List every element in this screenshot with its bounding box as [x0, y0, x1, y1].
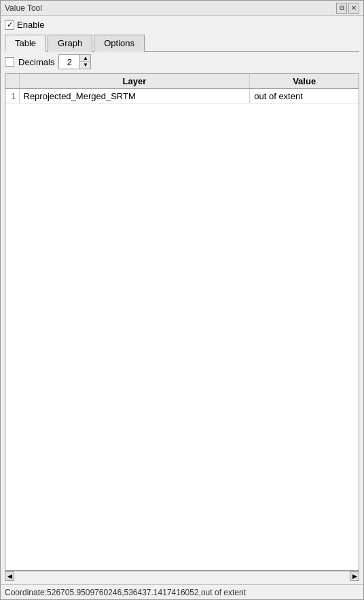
- enable-label: Enable: [17, 20, 44, 30]
- title-bar: Value Tool ⧉ ✕: [1, 1, 363, 16]
- status-bar: Coordinate:526705.9509760246,536437.1417…: [1, 584, 363, 599]
- spinner-down-button[interactable]: ▼: [79, 62, 90, 69]
- table-row: 1 Reprojected_Merged_SRTM out of extent: [5, 89, 359, 104]
- tab-table[interactable]: Table: [5, 35, 46, 52]
- enable-checkbox[interactable]: [5, 20, 14, 30]
- horizontal-scrollbar[interactable]: ◀ ▶: [5, 571, 359, 580]
- col-header-num: [5, 74, 19, 89]
- data-table: Layer Value 1 Reprojected_Merged_SRTM ou…: [5, 74, 359, 104]
- close-button[interactable]: ✕: [348, 3, 359, 14]
- row-num: 1: [5, 89, 19, 104]
- window-title: Value Tool: [5, 3, 42, 13]
- scroll-track[interactable]: [14, 571, 350, 581]
- row-value: out of extent: [250, 89, 359, 104]
- restore-button[interactable]: ⧉: [336, 3, 347, 14]
- decimals-input[interactable]: [59, 56, 79, 68]
- decimals-label: Decimals: [18, 57, 54, 67]
- title-bar-left: Value Tool: [5, 3, 42, 13]
- content-area: Enable Table Graph Options Decimals ▲ ▼: [1, 16, 363, 584]
- status-text: Coordinate:526705.9509760246,536437.1417…: [5, 588, 246, 597]
- tab-graph[interactable]: Graph: [48, 35, 92, 52]
- decimals-spinner: ▲ ▼: [58, 54, 91, 69]
- value-tool-window: Value Tool ⧉ ✕ Enable Table Graph Option…: [0, 0, 364, 600]
- col-header-value: Value: [250, 74, 359, 89]
- scroll-right-button[interactable]: ▶: [350, 571, 359, 581]
- decimals-row: Decimals ▲ ▼: [5, 54, 359, 69]
- table-container[interactable]: Layer Value 1 Reprojected_Merged_SRTM ou…: [5, 73, 359, 571]
- tabs-container: Table Graph Options: [5, 34, 359, 52]
- decimals-checkbox[interactable]: [5, 57, 14, 67]
- row-layer: Reprojected_Merged_SRTM: [19, 89, 250, 104]
- spinner-buttons: ▲ ▼: [79, 55, 90, 69]
- table-header-row: Layer Value: [5, 74, 359, 89]
- tab-options[interactable]: Options: [94, 35, 145, 52]
- scroll-left-button[interactable]: ◀: [5, 571, 14, 581]
- enable-row: Enable: [5, 20, 359, 30]
- spinner-up-button[interactable]: ▲: [79, 55, 90, 62]
- col-header-layer: Layer: [19, 74, 250, 89]
- title-buttons: ⧉ ✕: [336, 3, 359, 14]
